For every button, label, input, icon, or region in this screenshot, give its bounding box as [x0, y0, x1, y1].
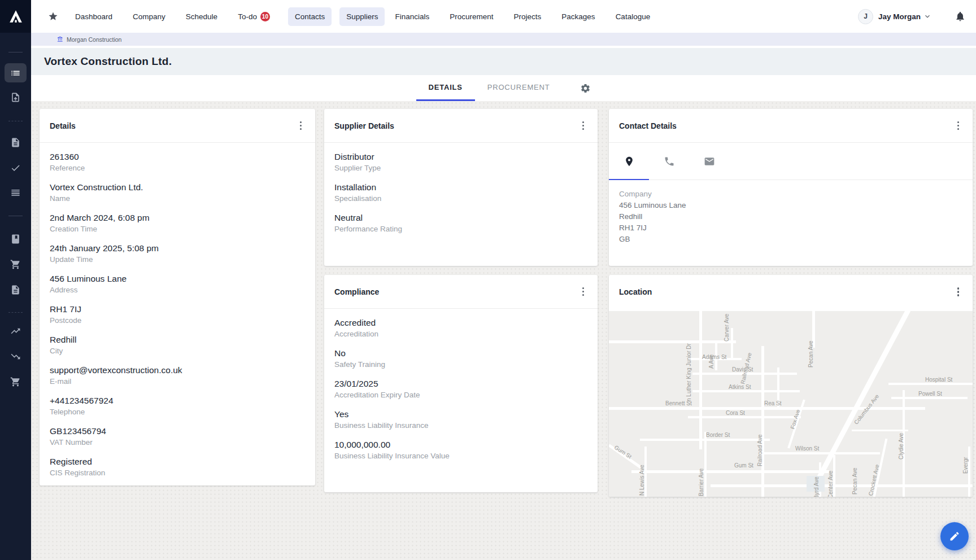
location-pin-icon: [624, 156, 635, 167]
field-accreditation-expiry: 23/01/2025Accreditation Expiry Date: [334, 378, 587, 400]
nav-item-financials[interactable]: Financials: [393, 8, 432, 25]
chevron-down-icon[interactable]: [923, 12, 932, 21]
sidebar-item-file-upload[interactable]: [0, 85, 31, 110]
pencil-icon: [949, 531, 960, 542]
card-title: Contact Details: [619, 121, 677, 130]
field-telephone: +441234567924Telephone: [50, 395, 305, 417]
nav-item-company[interactable]: Company: [130, 8, 168, 25]
kebab-menu-icon[interactable]: [954, 284, 963, 300]
map-street-label: Railroad Ave: [757, 413, 763, 466]
map-road: [631, 470, 829, 473]
nav-item-contacts[interactable]: Contacts: [288, 7, 332, 26]
map-street-label: Pecan Ave: [808, 328, 814, 368]
check-icon: [10, 163, 21, 173]
supplier-details-card: Supplier Details DistributorSupplier Typ…: [324, 109, 598, 266]
field-safety-training: NoSafety Training: [334, 347, 587, 370]
map-street-label: Byrd Ave: [813, 468, 820, 497]
nav-item-projects[interactable]: Projects: [512, 8, 544, 25]
field-postcode: RH1 7IJPostcode: [50, 303, 305, 326]
map-road: [759, 452, 880, 454]
sidebar-item-list[interactable]: [0, 60, 31, 85]
avatar[interactable]: J: [858, 9, 873, 24]
map-street-label: Evergr: [962, 445, 969, 474]
map[interactable]: n Luther King Junior Dr Carver Ave A Ave…: [609, 311, 973, 497]
map-road: [731, 328, 733, 359]
favorites-star-icon[interactable]: [48, 11, 58, 21]
field-performance-rating: NeutralPerformance Rating: [334, 212, 587, 234]
edit-fab-button[interactable]: [940, 522, 969, 550]
kebab-menu-icon[interactable]: [954, 118, 963, 134]
sidebar-item-contacts-book[interactable]: [0, 226, 31, 251]
breadcrumb: Morgan Construction: [31, 33, 976, 46]
field-city: RedhillCity: [50, 334, 305, 356]
content-area: Details 261360Reference Vortex Construct…: [31, 101, 976, 560]
sidebar-item-procurement[interactable]: [0, 252, 31, 277]
compliance-card: Compliance AccreditedAccreditation NoSaf…: [324, 275, 598, 492]
contact-tab-email[interactable]: [689, 143, 729, 180]
nav-item-packages[interactable]: Packages: [559, 8, 597, 25]
sidebar-item-orders[interactable]: [0, 369, 31, 394]
tab-procurement[interactable]: PROCUREMENT: [475, 75, 563, 101]
title-band: Vortex Construction Ltd.: [31, 48, 976, 75]
sidebar-divider: [8, 216, 23, 216]
sidebar-divider: [8, 312, 23, 313]
trending-down-icon: [10, 351, 21, 362]
nav-item-catalogue[interactable]: Catalogue: [613, 8, 653, 25]
map-street-label: Cora St: [726, 410, 745, 416]
nav-item-dashboard[interactable]: Dashboard: [73, 8, 115, 25]
map-street-label: Wilson St: [795, 445, 819, 452]
nav-item-suppliers[interactable]: Suppliers: [339, 7, 385, 26]
cart-icon: [10, 377, 21, 387]
sidebar-item-invoices[interactable]: [0, 277, 31, 302]
todo-badge: 10: [260, 12, 270, 21]
reorder-icon: [10, 187, 21, 198]
sidebar-item-expenses[interactable]: [0, 344, 31, 369]
map-road: [699, 311, 702, 449]
contact-tab-location[interactable]: [609, 143, 649, 180]
user-name[interactable]: Jay Morgan: [878, 12, 921, 21]
map-road: [688, 416, 801, 418]
kebab-menu-icon[interactable]: [579, 284, 588, 300]
details-card: Details 261360Reference Vortex Construct…: [40, 109, 315, 485]
location-card: Location: [609, 275, 973, 497]
map-street-label: Bennett St: [665, 400, 692, 406]
nav-item-procurement[interactable]: Procurement: [447, 8, 495, 25]
contact-address-line: Redhill: [619, 211, 962, 222]
nav-item-todo[interactable]: To-do 10: [236, 7, 272, 26]
map-street-label: Rea St: [764, 400, 782, 406]
field-creation-time: 2nd March 2024, 6:08 pmCreation Time: [50, 212, 305, 234]
field-name: Vortex Construction Ltd.Name: [50, 181, 305, 204]
contact-details-card: Contact Details Company 456 Luminous Lan…: [609, 109, 973, 266]
nav-item-schedule[interactable]: Schedule: [184, 8, 220, 25]
sidebar-item-approvals[interactable]: [0, 155, 31, 180]
card-title: Details: [50, 121, 76, 130]
sidebar-item-documents[interactable]: [0, 130, 31, 155]
map-street-label: n Luther King Junior Dr: [686, 328, 692, 401]
map-street-label: Clydie Ave: [898, 423, 904, 460]
breadcrumb-company[interactable]: Morgan Construction: [67, 36, 121, 43]
map-street-label: Railroad Ave: [739, 339, 756, 384]
map-road: [609, 407, 925, 410]
gear-icon[interactable]: [580, 75, 591, 101]
kebab-menu-icon[interactable]: [579, 118, 588, 134]
field-vat-number: GB123456794VAT Number: [50, 425, 305, 448]
app-logo-icon: [8, 9, 23, 24]
card-title: Compliance: [334, 287, 379, 296]
sidebar-item-income[interactable]: [0, 318, 31, 343]
tab-bar: DETAILS PROCUREMENT: [31, 75, 976, 101]
map-street-label: Powell St: [918, 391, 942, 397]
sidebar-item-lists[interactable]: [0, 180, 31, 205]
kebab-menu-icon[interactable]: [297, 118, 306, 134]
field-cis-registration: RegisteredCIS Registration: [50, 456, 305, 478]
app-logo[interactable]: [0, 0, 31, 33]
contact-icon-tabs: [609, 143, 973, 180]
map-street-label: Gum St: [734, 462, 753, 469]
tab-details[interactable]: DETAILS: [416, 75, 475, 101]
file-upload-icon: [10, 92, 21, 103]
map-street-label: Barrier Ave: [698, 456, 704, 496]
notifications-bell-icon[interactable]: [955, 11, 966, 22]
contact-tab-phone[interactable]: [649, 143, 689, 180]
book-icon: [10, 234, 21, 244]
card-title: Location: [619, 287, 652, 296]
trending-up-icon: [10, 326, 21, 336]
